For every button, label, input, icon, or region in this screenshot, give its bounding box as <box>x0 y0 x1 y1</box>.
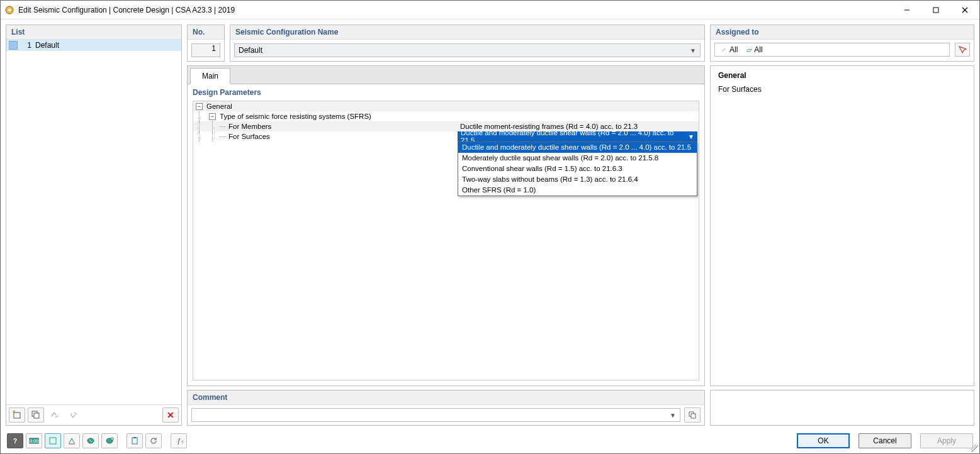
window-title: Edit Seismic Configuration | Concrete De… <box>18 6 893 14</box>
chevron-down-icon: ▼ <box>670 412 676 419</box>
resize-grip-icon[interactable] <box>971 445 978 452</box>
svg-point-7 <box>13 411 14 412</box>
view-a-button[interactable] <box>45 433 61 448</box>
function-button[interactable]: ƒ? <box>171 433 187 448</box>
link-b-button[interactable] <box>101 433 118 448</box>
pick-in-model-button[interactable] <box>955 43 970 57</box>
info-title: General <box>718 71 966 80</box>
configuration-name-combo[interactable]: Default ▼ <box>234 43 701 57</box>
tab-main[interactable]: Main <box>190 68 230 84</box>
apply-button: Apply <box>920 433 973 448</box>
svg-rect-16 <box>50 438 56 444</box>
svg-text:ƒ: ƒ <box>177 437 181 445</box>
chevron-down-icon: ▼ <box>690 47 696 54</box>
chevron-down-icon: ▼ <box>688 133 694 140</box>
reset-button[interactable] <box>145 433 162 448</box>
svg-rect-21 <box>132 438 137 444</box>
svg-rect-3 <box>933 8 938 13</box>
svg-rect-6 <box>14 412 20 418</box>
svg-text:?: ? <box>181 440 183 445</box>
number-input[interactable]: 1 <box>191 43 220 57</box>
for-surfaces-combo[interactable]: Ductile and moderately ductile shear wal… <box>458 131 697 141</box>
minimize-button[interactable] <box>893 1 921 19</box>
comment-library-button[interactable] <box>684 407 701 423</box>
dropdown-option[interactable]: Other SFRS (Rd = 1.0) <box>458 185 697 196</box>
assigned-header: Assigned to <box>711 25 974 40</box>
svg-text:0.00: 0.00 <box>30 439 38 443</box>
svg-point-20 <box>111 438 113 440</box>
svg-text:?: ? <box>13 438 17 445</box>
dropdown-option[interactable]: Conventional shear walls (Rd = 1.5) acc.… <box>458 163 697 174</box>
preview-panel <box>710 390 974 426</box>
dropdown-option[interactable]: Two-way slabs without beams (Rd = 1.3) a… <box>458 174 697 185</box>
view-b-button[interactable] <box>64 433 80 448</box>
color-swatch-icon <box>9 41 18 50</box>
list-item-index: 1 <box>21 41 31 50</box>
toggle-b-button[interactable] <box>65 407 82 423</box>
app-icon <box>4 5 14 15</box>
list-item-label: Default <box>35 41 59 50</box>
ok-button[interactable]: OK <box>797 433 850 448</box>
delete-item-button[interactable]: ✕ <box>162 407 179 423</box>
cancel-button[interactable]: Cancel <box>859 433 911 448</box>
title-bar: Edit Seismic Configuration | Concrete De… <box>1 1 979 19</box>
svg-point-1 <box>8 8 11 11</box>
assigned-surfaces-label: All <box>754 45 762 54</box>
delete-icon: ✕ <box>167 410 174 420</box>
dropdown-option[interactable]: Ductile and moderately ductile shear wal… <box>458 142 697 153</box>
close-button[interactable] <box>950 1 979 19</box>
comment-combo[interactable]: ▼ <box>191 408 680 422</box>
copy-item-button[interactable] <box>28 407 44 423</box>
clipboard-button[interactable] <box>127 433 143 448</box>
svg-rect-9 <box>34 413 39 418</box>
dropdown-option[interactable]: Moderately ductile squat shear walls (Rd… <box>458 153 697 163</box>
member-icon: ⟋ <box>720 46 727 53</box>
design-parameters-header: Design Parameters <box>188 84 704 101</box>
tree-node-sfrs[interactable]: − Type of seismic force resisting system… <box>193 111 699 121</box>
new-item-button[interactable] <box>9 407 25 423</box>
tree-node-general[interactable]: − General <box>193 101 699 111</box>
toggle-a-button[interactable] <box>47 407 63 423</box>
for-surfaces-dropdown[interactable]: Ductile and moderately ductile shear wal… <box>458 141 697 196</box>
list-header: List <box>6 25 181 40</box>
link-a-button[interactable] <box>82 433 99 448</box>
info-line: For Surfaces <box>718 85 966 94</box>
comment-header: Comment <box>188 390 704 405</box>
assigned-members-label: All <box>729 45 738 54</box>
svg-rect-11 <box>691 414 696 418</box>
svg-rect-22 <box>133 437 136 438</box>
list-item[interactable]: 1 Default <box>6 40 181 51</box>
surface-icon: ▱ <box>746 46 752 54</box>
no-header: No. <box>188 25 224 40</box>
help-button[interactable]: ? <box>7 433 23 448</box>
collapse-icon[interactable]: − <box>209 113 216 120</box>
name-header: Seismic Configuration Name <box>230 25 704 40</box>
units-button[interactable]: 0.00 <box>26 433 42 448</box>
assigned-to-field[interactable]: ⟋ All ▱ All <box>714 43 950 57</box>
collapse-icon[interactable]: − <box>196 103 203 110</box>
maximize-button[interactable] <box>921 1 950 19</box>
configuration-name-value: Default <box>239 46 262 55</box>
